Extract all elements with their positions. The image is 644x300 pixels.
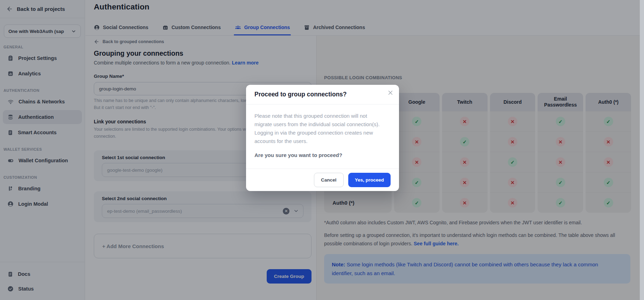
proceed-modal: Proceed to group connections? Please not… xyxy=(246,85,399,191)
modal-header: Proceed to group connections? xyxy=(246,85,399,104)
close-icon[interactable] xyxy=(387,90,393,96)
page-scrollbar[interactable] xyxy=(640,0,644,300)
cancel-button[interactable]: Cancel xyxy=(314,173,344,187)
yes-proceed-button[interactable]: Yes, proceed xyxy=(348,173,391,187)
modal-footer: Cancel Yes, proceed xyxy=(246,169,399,191)
modal-question: Are you sure you want to proceed? xyxy=(254,152,391,158)
modal-title: Proceed to group connections? xyxy=(254,91,347,98)
modal-body: Please note that this grouped connection… xyxy=(246,104,399,158)
modal-message: Please note that this grouped connection… xyxy=(254,112,380,145)
